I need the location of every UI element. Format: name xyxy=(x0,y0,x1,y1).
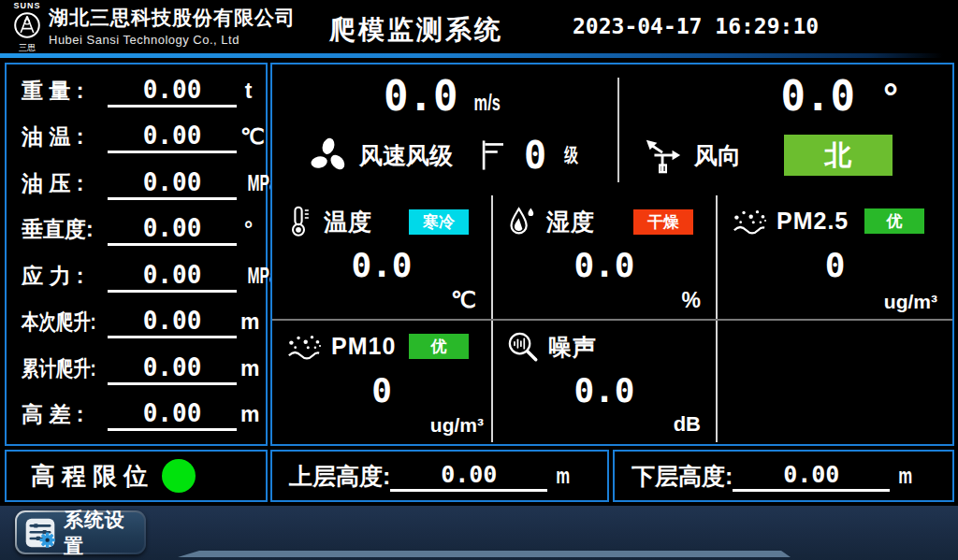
env-unit: ug/m³ xyxy=(884,291,937,313)
env-label: 湿度 xyxy=(546,207,595,237)
metric-value: 0.00 xyxy=(108,399,237,431)
company-logo-icon xyxy=(12,10,42,40)
wind-direction-badge: 北 xyxy=(784,135,893,176)
metric-row-total-climb: 累计爬升: 0.00 m xyxy=(22,353,256,385)
wind-level-unit: 级 xyxy=(564,142,578,168)
height-label: 下层高度: xyxy=(631,461,733,492)
wind-speed-section: 0.0 m/s 风速风级 xyxy=(272,65,617,194)
env-value: 0.0 xyxy=(493,246,716,284)
env-label: PM10 xyxy=(331,333,396,360)
footer-bar: 系统设置 xyxy=(0,506,958,560)
wind-speed-label: 风速风级 xyxy=(359,140,453,171)
settings-label: 系统设置 xyxy=(64,507,137,559)
wind-direction-value: 0.0 xyxy=(781,72,855,120)
metric-value: 0.00 xyxy=(108,307,237,338)
wind-speed-unit: m/s xyxy=(473,90,500,116)
height-label: 上层高度: xyxy=(289,461,390,492)
height-unit: m xyxy=(899,463,913,489)
height-value: 0.00 xyxy=(390,461,547,492)
height-value: 0.00 xyxy=(733,461,890,492)
company-logo: SUNS 三思 xyxy=(7,1,47,54)
lower-height-panel: 下层高度: 0.00 m xyxy=(613,450,954,502)
metric-label: 垂直度: xyxy=(22,215,108,244)
company-name-cn: 湖北三思科技股份有限公司 xyxy=(49,5,296,31)
metric-value: 0.00 xyxy=(108,261,237,293)
climbing-formwork-monitor-screen: SUNS 三思 湖北三思科技股份有限公司 Hubei Sansi Technol… xyxy=(0,0,958,560)
env-cell-pm25: PM2.5 优 0 ug/m³ xyxy=(718,195,952,319)
sliders-gear-icon xyxy=(24,517,56,549)
upper-height-panel: 上层高度: 0.00 m xyxy=(270,450,609,502)
metric-row-height-diff: 高 差 : 0.00 m xyxy=(22,399,256,431)
env-unit: ug/m³ xyxy=(430,414,484,437)
dust-icon xyxy=(285,330,323,362)
page-title: 爬模监测系统 xyxy=(329,12,503,48)
metric-unit: m xyxy=(240,356,259,381)
metric-value: 0.00 xyxy=(108,76,237,108)
environment-panel: 0.0 m/s 风速风级 xyxy=(270,63,954,446)
height-unit: m xyxy=(557,463,571,489)
metric-unit: m xyxy=(240,402,259,427)
company-name: 湖北三思科技股份有限公司 Hubei Sansi Technology Co.,… xyxy=(49,5,296,47)
status-badge: 干燥 xyxy=(633,209,693,235)
metric-value: 0.00 xyxy=(108,168,237,200)
wind-vane-icon xyxy=(644,136,683,175)
env-unit: dB xyxy=(674,412,701,437)
metric-label: 本次爬升: xyxy=(22,308,107,337)
metric-label: 油 压 : xyxy=(22,169,108,198)
settings-button[interactable]: 系统设置 xyxy=(15,510,146,554)
env-cell-pm10: PM10 优 0 ug/m³ xyxy=(272,321,491,442)
thermometer-icon xyxy=(285,205,315,238)
metric-label: 高 差 : xyxy=(22,400,108,429)
env-cell-humidity: 湿度 干燥 0.0 % xyxy=(493,195,716,319)
fan-icon xyxy=(309,136,348,175)
metric-unit: ° xyxy=(240,217,256,242)
wind-direction-label: 风向 xyxy=(694,140,741,171)
env-label: 温度 xyxy=(324,207,372,237)
logo-text-top: SUNS xyxy=(7,1,47,10)
wind-speed-value: 0.0 xyxy=(384,72,457,120)
metric-label: 重 量 : xyxy=(22,77,108,106)
metric-unit: m xyxy=(240,309,259,335)
metric-row-current-climb: 本次爬升: 0.00 m xyxy=(22,307,256,338)
metric-label: 累计爬升: xyxy=(22,354,107,383)
flag-icon xyxy=(479,140,505,170)
env-unit: ℃ xyxy=(451,287,476,313)
status-badge: 优 xyxy=(409,334,469,359)
noise-meter-icon xyxy=(506,330,540,364)
hydraulic-metrics-panel: 重 量 : 0.00 t 油 温 : 0.00 ℃ 油 压 : 0.00 MPa… xyxy=(5,63,268,446)
wind-direction-section: 0.0 ° 风向 北 xyxy=(619,65,952,194)
env-label: PM2.5 xyxy=(777,208,849,235)
metric-row-oil-temp: 油 温 : 0.00 ℃ xyxy=(22,122,256,153)
env-value: 0 xyxy=(272,371,491,409)
metric-unit: t xyxy=(240,79,256,104)
metric-row-oil-pressure: 油 压 : 0.00 MPa xyxy=(22,168,256,200)
water-drop-icon xyxy=(506,205,538,238)
env-value: 0.0 xyxy=(272,246,491,284)
env-value: 0 xyxy=(718,246,952,284)
env-unit: % xyxy=(682,288,701,313)
metric-row-stress: 应 力 : 0.00 MPa xyxy=(22,261,256,293)
metric-value: 0.00 xyxy=(108,353,237,385)
header-divider xyxy=(0,53,943,58)
metrics-list: 重 量 : 0.00 t 油 温 : 0.00 ℃ 油 压 : 0.00 MPa… xyxy=(7,65,266,444)
elevation-limit-label: 高程限位 xyxy=(31,460,154,493)
status-badge: 寒冷 xyxy=(409,209,469,235)
wind-level-value: 0 xyxy=(524,134,546,177)
env-cell-temperature: 温度 寒冷 0.0 ℃ xyxy=(272,195,491,319)
dust-icon xyxy=(731,205,768,237)
metric-label: 应 力 : xyxy=(22,262,108,291)
metric-label: 油 温 : xyxy=(22,122,108,151)
metric-row-weight: 重 量 : 0.00 t xyxy=(22,76,256,108)
status-light xyxy=(162,459,196,493)
datetime-display: 2023-04-17 16:29:10 xyxy=(573,14,819,38)
env-value: 0.0 xyxy=(493,371,716,409)
elevation-limit-panel: 高程限位 xyxy=(5,450,268,502)
company-name-en: Hubei Sansi Technology Co., Ltd xyxy=(49,33,296,47)
metric-value: 0.00 xyxy=(108,214,237,246)
wind-direction-unit: ° xyxy=(883,77,898,119)
metric-value: 0.00 xyxy=(108,122,237,153)
footer-decor-stripe xyxy=(178,551,791,557)
metric-row-verticality: 垂直度: 0.00 ° xyxy=(22,214,256,246)
status-badge: 优 xyxy=(864,208,924,234)
env-label: 噪声 xyxy=(548,332,597,363)
